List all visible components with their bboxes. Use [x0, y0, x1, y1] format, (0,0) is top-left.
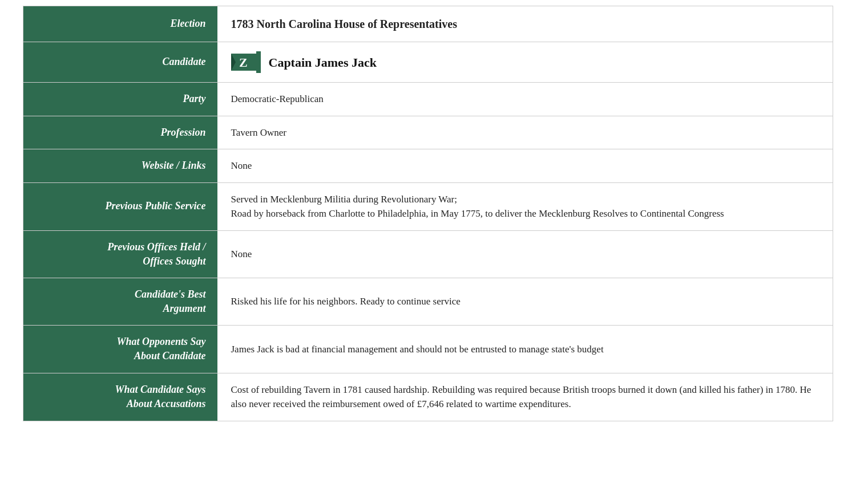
website-label: Website / Links — [23, 149, 217, 183]
profession-value: Tavern Owner — [217, 116, 833, 149]
election-year: 1783 — [231, 18, 254, 30]
previous-service-value: Served in Mecklenburg Militia during Rev… — [217, 182, 833, 230]
candidate-value: Z Captain James Jack — [217, 42, 833, 82]
opponents-say-row: What Opponents SayAbout Candidate James … — [23, 326, 833, 373]
election-row: Election 1783 North Carolina House of Re… — [23, 6, 833, 42]
svg-text:Z: Z — [239, 55, 248, 70]
opponents-say-label: What Opponents SayAbout Candidate — [23, 326, 217, 373]
candidate-info-table: Election 1783 North Carolina House of Re… — [23, 6, 833, 421]
previous-offices-row: Previous Offices Held /Offices Sought No… — [23, 230, 833, 278]
opponents-say-value: James Jack is bad at financial managemen… — [217, 326, 833, 373]
previous-service-row: Previous Public Service Served in Meckle… — [23, 182, 833, 230]
candidate-logo: Z — [231, 51, 261, 73]
website-row: Website / Links None — [23, 149, 833, 183]
candidate-name: Captain James Jack — [269, 53, 377, 72]
candidate-says-value: Cost of rebuilding Tavern in 1781 caused… — [217, 373, 833, 421]
previous-offices-value: None — [217, 230, 833, 278]
party-value: Democratic-Republican — [217, 83, 833, 116]
best-argument-row: Candidate's BestArgument Risked his life… — [23, 278, 833, 325]
election-value: 1783 North Carolina House of Representat… — [217, 6, 833, 42]
previous-offices-label: Previous Offices Held /Offices Sought — [23, 230, 217, 278]
candidate-label: Candidate — [23, 42, 217, 83]
previous-service-label: Previous Public Service — [23, 182, 217, 230]
party-label: Party — [23, 83, 217, 116]
election-label: Election — [23, 6, 217, 42]
candidate-says-label: What Candidate SaysAbout Accusations — [23, 373, 217, 421]
website-value: None — [217, 149, 833, 183]
candidate-row: Candidate Z Captain James Jack — [23, 42, 833, 83]
best-argument-value: Risked his life for his neighbors. Ready… — [217, 278, 833, 325]
candidate-says-row: What Candidate SaysAbout Accusations Cos… — [23, 373, 833, 421]
profession-row: Profession Tavern Owner — [23, 116, 833, 149]
best-argument-label: Candidate's BestArgument — [23, 278, 217, 325]
election-office: North Carolina House of Representatives — [257, 18, 457, 30]
profession-label: Profession — [23, 116, 217, 149]
party-row: Party Democratic-Republican — [23, 83, 833, 116]
